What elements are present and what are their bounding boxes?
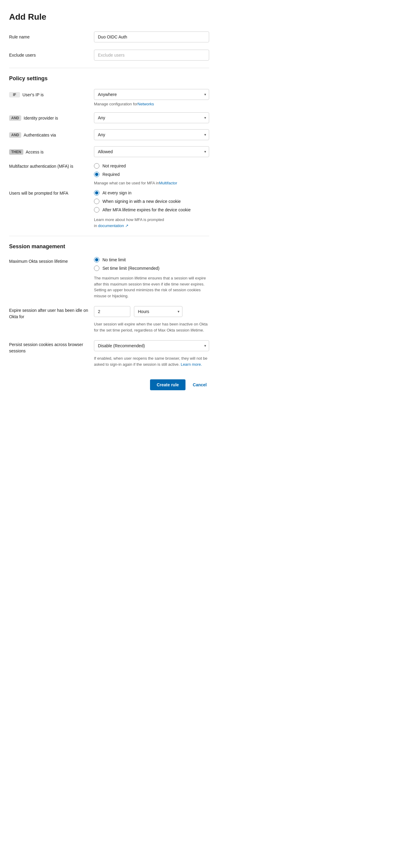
mfa-prompt-radio-group: At every sign in When signing in with a … xyxy=(94,190,209,213)
mfa-radio-group: Not required Required xyxy=(94,163,209,177)
session-management-title: Session management xyxy=(9,243,209,250)
mfa-hint: Manage what can be used for MFA inMultif… xyxy=(94,181,209,185)
ip-condition-label: User's IP is xyxy=(22,92,44,97)
if-badge: IF xyxy=(9,92,20,97)
rule-name-input[interactable] xyxy=(94,31,209,42)
page-title: Add Rule xyxy=(9,12,209,22)
mfa-new-device-radio[interactable] xyxy=(94,198,100,204)
ip-select-wrapper: Anywhere Specific Networks Not in specif… xyxy=(94,89,209,100)
mfa-new-device-label: When signing in with a new device cookie xyxy=(103,199,180,204)
ip-select[interactable]: Anywhere Specific Networks Not in specif… xyxy=(94,89,209,100)
idle-value-input[interactable] xyxy=(94,306,130,317)
auth-select[interactable]: Any xyxy=(94,129,209,140)
persist-label: Persist session cookies across browser s… xyxy=(9,340,94,354)
mfa-not-required-label: Not required xyxy=(103,163,126,168)
mfa-after-lifetime-radio[interactable] xyxy=(94,207,100,213)
mfa-required-radio[interactable] xyxy=(94,172,100,177)
mfa-every-signin-option[interactable]: At every sign in xyxy=(94,190,209,195)
documentation-link[interactable]: documentation ↗ xyxy=(98,223,129,228)
mfa-prompt-hint: Learn more about how MFA is prompted in … xyxy=(94,217,209,228)
no-time-limit-label: No time limit xyxy=(103,257,126,262)
networks-link[interactable]: Networks xyxy=(138,102,154,106)
exclude-users-input[interactable] xyxy=(94,50,209,61)
policy-settings-title: Policy settings xyxy=(9,75,209,82)
persist-select[interactable]: Disable (Recommended) Enable xyxy=(94,340,209,351)
set-time-limit-radio[interactable] xyxy=(94,266,100,271)
access-condition-label: Access is xyxy=(26,150,44,154)
lifetime-radio-group: No time limit Set time limit (Recommende… xyxy=(94,257,209,271)
mfa-label: Multifactor authentication (MFA) is xyxy=(9,163,94,168)
mfa-required-label: Required xyxy=(103,172,120,177)
exclude-users-label: Exclude users xyxy=(9,50,94,58)
ip-hint: Manage configuration forNetworks xyxy=(94,102,209,106)
create-rule-button[interactable]: Create rule xyxy=(150,379,186,390)
idle-hint: User session will expire when the user h… xyxy=(94,321,209,333)
no-time-limit-option[interactable]: No time limit xyxy=(94,257,209,262)
idle-unit-select[interactable]: Minutes Hours Days xyxy=(134,306,182,317)
idle-unit-select-wrapper: Minutes Hours Days ▾ xyxy=(134,306,182,317)
idle-fields: Minutes Hours Days ▾ xyxy=(94,306,209,317)
idp-select-wrapper: Any ▾ xyxy=(94,112,209,123)
auth-condition-label: Authenticates via xyxy=(24,133,56,137)
mfa-required-option[interactable]: Required xyxy=(94,172,209,177)
mfa-not-required-radio[interactable] xyxy=(94,163,100,168)
divider-2 xyxy=(9,236,209,236)
rule-name-label: Rule name xyxy=(9,31,94,39)
persist-hint: If enabled, when user reopens the same b… xyxy=(94,355,209,367)
set-time-limit-label: Set time limit (Recommended) xyxy=(103,266,160,271)
mfa-after-lifetime-label: After MFA lifetime expires for the devic… xyxy=(103,207,191,212)
cancel-button[interactable]: Cancel xyxy=(190,379,209,390)
mfa-after-lifetime-option[interactable]: After MFA lifetime expires for the devic… xyxy=(94,207,209,213)
access-select-wrapper: Allowed Denied ▾ xyxy=(94,146,209,157)
idp-condition-label: Identity provider is xyxy=(24,116,58,121)
access-select[interactable]: Allowed Denied xyxy=(94,146,209,157)
mfa-prompt-label: Users will be prompted for MFA xyxy=(9,190,94,195)
persist-select-wrapper: Disable (Recommended) Enable ▾ xyxy=(94,340,209,351)
multifactor-link[interactable]: Multifactor xyxy=(159,181,177,185)
external-link-icon: ↗ xyxy=(125,223,129,228)
divider-1 xyxy=(9,68,209,68)
lifetime-hint: The maximum session lifetime ensures tha… xyxy=(94,275,209,299)
idp-select[interactable]: Any xyxy=(94,112,209,123)
then-badge: THEN xyxy=(9,149,23,155)
auth-select-wrapper: Any ▾ xyxy=(94,129,209,140)
mfa-new-device-option[interactable]: When signing in with a new device cookie xyxy=(94,198,209,204)
mfa-not-required-option[interactable]: Not required xyxy=(94,163,209,168)
footer-actions: Create rule Cancel xyxy=(9,379,209,390)
idle-label: Expire session after user has been idle … xyxy=(9,306,94,320)
no-time-limit-radio[interactable] xyxy=(94,257,100,262)
mfa-every-signin-radio[interactable] xyxy=(94,190,100,195)
and1-badge: AND xyxy=(9,115,21,121)
mfa-every-signin-label: At every sign in xyxy=(103,190,132,195)
learn-more-link[interactable]: Learn more. xyxy=(180,362,202,367)
and2-badge: AND xyxy=(9,132,21,138)
set-time-limit-option[interactable]: Set time limit (Recommended) xyxy=(94,266,209,271)
max-lifetime-label: Maximum Okta session lifetime xyxy=(9,257,94,265)
